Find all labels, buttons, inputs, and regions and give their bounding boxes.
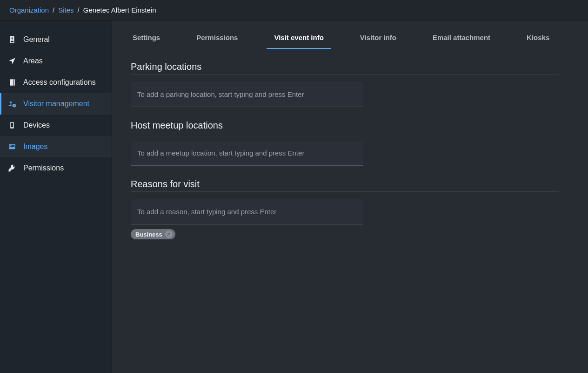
reason-chip-label: Business [135, 231, 162, 238]
sidebar-item-label: Images [23, 142, 47, 151]
sidebar-item-images[interactable]: Images [0, 136, 112, 157]
tab-email-attachment[interactable]: Email attachment [431, 29, 492, 49]
people-clock-icon [7, 99, 17, 109]
reason-chip-row: Business [131, 229, 559, 239]
section-title: Host meetup locations [131, 120, 559, 132]
divider [131, 74, 559, 75]
meetup-input-wrap [131, 141, 363, 166]
section-parking-locations: Parking locations [131, 61, 559, 107]
tab-kiosks[interactable]: Kiosks [525, 29, 551, 49]
breadcrumb-sep-icon: / [78, 6, 80, 14]
breadcrumb-current: Genetec Albert Einstein [83, 6, 156, 14]
close-icon[interactable] [165, 231, 173, 238]
meetup-location-input[interactable] [131, 141, 363, 165]
sidebar-item-label: Visitor management [23, 100, 89, 108]
main-content: Settings Permissions Visit event info Vi… [112, 20, 588, 373]
tabs: Settings Permissions Visit event info Vi… [112, 20, 588, 49]
section-host-meetup-locations: Host meetup locations [131, 120, 559, 166]
image-icon [7, 142, 17, 151]
parking-input-wrap [131, 82, 363, 107]
sidebar-item-access-configurations[interactable]: Access configurations [0, 72, 112, 93]
divider [131, 133, 559, 133]
building-icon [7, 35, 17, 44]
key-icon [7, 163, 17, 173]
sidebar-item-visitor-management[interactable]: Visitor management [0, 93, 112, 115]
section-title: Parking locations [131, 61, 559, 73]
sidebar-item-label: Devices [23, 121, 50, 129]
breadcrumb-sep-icon: / [53, 6, 54, 14]
sidebar-item-label: Access configurations [23, 78, 96, 87]
reason-input[interactable] [131, 199, 363, 224]
breadcrumb-sites[interactable]: Sites [58, 6, 74, 14]
breadcrumb: Organization / Sites / Genetec Albert Ei… [0, 0, 588, 20]
tab-settings[interactable]: Settings [131, 29, 162, 49]
device-icon [7, 121, 17, 130]
section-reasons-for-visit: Reasons for visit Business [131, 179, 559, 239]
divider [131, 191, 559, 192]
sidebar-item-general[interactable]: General [0, 29, 112, 50]
sidebar-item-devices[interactable]: Devices [0, 115, 112, 136]
reason-chip: Business [131, 229, 175, 239]
sidebar-item-permissions[interactable]: Permissions [0, 157, 112, 179]
section-title: Reasons for visit [131, 179, 559, 190]
sidebar: General Areas Access configurations Visi… [0, 20, 112, 373]
location-arrow-icon [7, 56, 17, 66]
sidebar-item-areas[interactable]: Areas [0, 50, 112, 72]
reasons-input-wrap [131, 199, 363, 224]
tab-permissions[interactable]: Permissions [194, 29, 240, 49]
sidebar-item-label: Permissions [23, 164, 64, 172]
sidebar-item-label: Areas [23, 57, 43, 65]
breadcrumb-organization[interactable]: Organization [9, 6, 49, 14]
door-icon [7, 78, 17, 87]
tab-visit-event-info[interactable]: Visit event info [272, 29, 325, 49]
tab-visitor-info[interactable]: Visitor info [358, 29, 398, 49]
sidebar-item-label: General [23, 35, 50, 44]
parking-location-input[interactable] [131, 82, 363, 107]
